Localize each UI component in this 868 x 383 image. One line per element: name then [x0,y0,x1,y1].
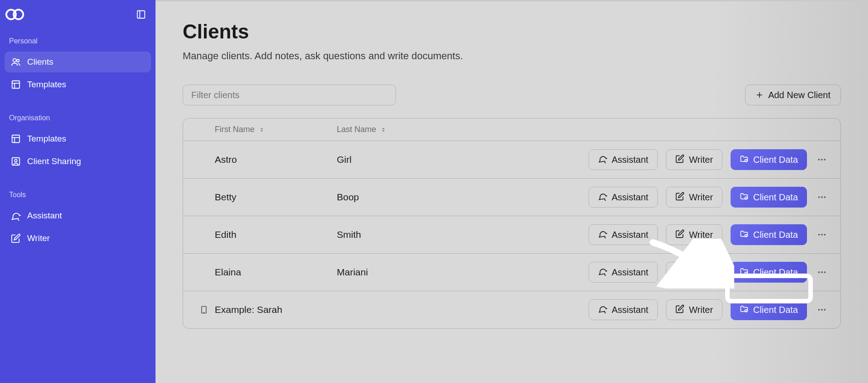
cell-first-name: Betty [215,192,337,203]
pen-icon [675,267,684,278]
svg-point-42 [821,309,823,311]
svg-point-18 [821,159,823,161]
svg-point-23 [824,196,826,198]
sidebar-item-label: Templates [27,80,66,90]
filter-clients-input[interactable] [183,85,396,105]
cell-last-name: Smith [337,229,427,240]
client-data-button[interactable]: Client Data [731,224,807,245]
chat-icon [598,304,607,316]
collapse-sidebar-button[interactable] [135,8,147,21]
sidebar-item-templates[interactable]: Templates [5,128,151,149]
svg-rect-6 [12,81,20,89]
sidebar-item-label: Client Sharing [27,156,81,166]
assistant-button[interactable]: Assistant [589,262,658,283]
svg-point-43 [824,309,826,311]
svg-point-31 [824,271,826,273]
sidebar-item-client-sharing[interactable]: Client Sharing [5,151,151,172]
svg-point-28 [745,272,747,274]
section-label-organisation: Organisation [5,111,151,128]
row-actions: AssistantWriterClient Data [427,262,840,283]
client-data-button[interactable]: Client Data [731,262,807,283]
column-last-name[interactable]: Last Name [337,125,427,134]
client-data-button[interactable]: Client Data [731,187,807,208]
sidebar: PersonalClientsTemplatesOrganisationTemp… [0,0,156,383]
more-menu-button[interactable] [815,267,829,277]
assistant-button[interactable]: Assistant [589,149,658,170]
writer-button[interactable]: Writer [666,149,722,170]
writer-button[interactable]: Writer [666,224,722,245]
sidebar-item-label: Clients [27,57,53,67]
table-header: First Name Last Name [183,118,840,141]
chat-icon [598,154,607,165]
section-label-tools: Tools [5,188,151,205]
sidebar-item-label: Assistant [27,211,62,221]
more-menu-button[interactable] [815,230,829,240]
svg-point-17 [818,159,820,161]
template-icon [11,80,21,90]
pen-icon [675,192,684,203]
sort-icon [380,126,387,133]
writer-button[interactable]: Writer [666,299,722,320]
svg-point-21 [818,196,820,198]
assistant-button[interactable]: Assistant [589,299,658,320]
client-data-button[interactable]: Client Data [731,149,807,170]
add-new-client-button[interactable]: Add New Client [745,85,841,105]
column-first-name[interactable]: First Name [215,125,337,134]
folder-icon [740,304,749,316]
writer-button[interactable]: Writer [666,187,722,208]
app-logo [5,9,27,20]
page-title: Clients [183,20,841,43]
svg-point-13 [14,159,17,162]
row-actions: AssistantWriterClient Data [427,149,840,170]
svg-point-27 [824,234,826,236]
plus-icon [755,91,764,99]
svg-point-5 [17,60,19,62]
chat-icon [11,211,21,221]
row-actions: AssistantWriterClient Data [427,187,840,208]
client-data-button[interactable]: Client Data [731,299,807,320]
sort-icon [258,126,265,133]
chat-icon [598,267,607,278]
svg-point-41 [818,309,820,311]
more-menu-button[interactable] [815,192,829,202]
svg-point-4 [13,59,16,62]
clients-table: First Name Last Name AstroGirlAssistantW… [183,118,841,329]
sidebar-item-writer[interactable]: Writer [5,228,151,249]
folder-icon [740,229,749,241]
svg-rect-9 [12,135,20,143]
users-icon [11,57,21,67]
pen-icon [675,229,684,241]
template-icon [11,134,21,144]
svg-point-19 [824,159,826,161]
sidebar-item-clients[interactable]: Clients [5,52,151,72]
cell-first-name: Edith [215,229,337,240]
cell-last-name: Boop [337,192,427,203]
sidebar-item-templates[interactable]: Templates [5,74,151,95]
pen-icon [675,154,684,165]
writer-button[interactable]: Writer [666,262,722,283]
table-row: Example: SarahAssistantWriterClient Data [183,291,840,328]
more-menu-button[interactable] [815,305,829,315]
svg-point-16 [745,159,747,161]
chat-icon [598,229,607,241]
assistant-button[interactable]: Assistant [589,187,658,208]
svg-point-24 [745,234,747,236]
table-row: ElainaMarianiAssistantWriterClient Data [183,254,840,291]
pen-icon [11,233,21,243]
assistant-button[interactable]: Assistant [589,224,658,245]
svg-point-25 [818,234,820,236]
user-square-icon [11,156,21,166]
svg-point-22 [821,196,823,198]
chat-icon [598,192,607,203]
add-button-label: Add New Client [768,90,830,100]
row-actions: AssistantWriterClient Data [427,299,840,320]
sidebar-item-label: Templates [27,134,66,144]
main-content: Clients Manage clients. Add notes, ask q… [156,0,868,383]
cell-last-name: Mariani [337,267,427,278]
more-menu-button[interactable] [815,155,829,165]
cell-first-name: Astro [215,154,337,165]
section-label-personal: Personal [5,34,151,52]
sidebar-item-assistant[interactable]: Assistant [5,205,151,226]
cell-first-name: Elaina [215,267,337,278]
svg-point-40 [745,309,747,312]
